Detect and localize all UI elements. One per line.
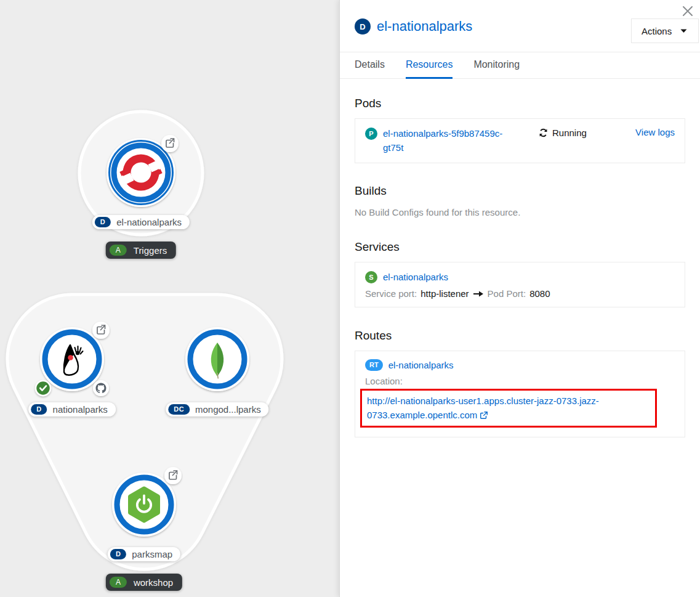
- application-badge: A: [110, 245, 127, 256]
- panel-title-link[interactable]: el-nationalparks: [377, 18, 472, 35]
- app-label-workshop[interactable]: A workshop: [106, 574, 182, 591]
- spring-boot-icon: [131, 489, 158, 521]
- node-label-el-nationalparks[interactable]: D el-nationalparks: [92, 215, 190, 229]
- route-name-link[interactable]: el-nationalparks: [388, 360, 454, 370]
- app-label-text: Triggers: [134, 245, 167, 256]
- pod-port-label: Pod Port:: [488, 288, 526, 299]
- service-ports: Service port: http-listener Pod Port: 80…: [365, 288, 675, 299]
- pod-row: P el-nationalparks-5f9b87459c-gt75t: [365, 127, 675, 155]
- deployment-badge: D: [95, 217, 111, 227]
- external-link-decorator[interactable]: [161, 135, 179, 152]
- route-url-annotation-box: http://el-nationalparks-user1.apps.clust…: [360, 389, 657, 428]
- builds-empty-message: No Build Configs found for this resource…: [355, 207, 685, 217]
- route-url-link[interactable]: http://el-nationalparks-user1.apps.clust…: [367, 396, 599, 420]
- routes-list: RT el-nationalparks Location: http://el-…: [355, 351, 685, 437]
- app-label-text: workshop: [134, 577, 173, 588]
- panel-header: D el-nationalparks Actions: [340, 0, 700, 52]
- node-label-text: el-nationalparks: [116, 217, 182, 227]
- builds-heading: Builds: [355, 184, 685, 198]
- tab-details[interactable]: Details: [355, 52, 385, 79]
- node-mongodb[interactable]: [185, 327, 249, 391]
- services-heading: Services: [355, 240, 685, 254]
- pods-heading: Pods: [355, 97, 685, 110]
- route-badge: RT: [365, 359, 383, 371]
- topology-graph: [0, 0, 339, 597]
- node-label-text: mongod...lparks: [195, 404, 261, 415]
- pod-status-text: Running: [552, 128, 587, 138]
- node-label-parksmap[interactable]: D parksmap: [108, 547, 180, 561]
- service-badge: S: [365, 271, 377, 283]
- service-port-label: Service port:: [365, 288, 417, 299]
- panel-content: Pods P el-nationalparks-5f9b87459c-gt75t: [340, 97, 700, 437]
- panel-tabs: Details Resources Monitoring: [340, 52, 700, 79]
- deployment-badge: D: [110, 549, 126, 559]
- app-label-triggers[interactable]: A Triggers: [106, 242, 176, 259]
- external-link-decorator[interactable]: [92, 322, 110, 339]
- external-link-decorator[interactable]: [164, 467, 182, 484]
- tab-monitoring[interactable]: Monitoring: [473, 52, 520, 79]
- external-link-icon: [480, 411, 488, 420]
- node-parksmap[interactable]: [112, 473, 176, 537]
- caret-down-icon: [680, 29, 687, 33]
- deployment-badge: D: [31, 404, 47, 415]
- service-port-name: http-listener: [420, 288, 469, 299]
- node-label-text: nationalparks: [53, 404, 108, 415]
- node-label-nationalparks[interactable]: D nationalparks: [28, 402, 116, 416]
- routes-heading: Routes: [355, 329, 685, 343]
- services-list: S el-nationalparks Service port: http-li…: [355, 262, 685, 307]
- node-label-mongodb[interactable]: DC mongod...lparks: [166, 402, 268, 416]
- sync-running-icon: [539, 128, 548, 137]
- tab-resources[interactable]: Resources: [406, 52, 453, 79]
- pod-badge: P: [365, 128, 377, 140]
- resource-side-panel: D el-nationalparks Actions Details Resou…: [339, 0, 700, 597]
- check-circle-decorator: [36, 381, 50, 396]
- pod-name-link[interactable]: el-nationalparks-5f9b87459c-gt75t: [383, 127, 515, 155]
- pod-port-value: 8080: [529, 288, 550, 299]
- pod-status: Running: [539, 128, 635, 138]
- application-badge: A: [110, 577, 127, 588]
- node-nationalparks[interactable]: [40, 327, 104, 391]
- view-logs-link[interactable]: View logs: [635, 127, 675, 137]
- service-name-link[interactable]: el-nationalparks: [383, 272, 448, 282]
- deployment-badge: D: [355, 18, 371, 35]
- actions-label: Actions: [642, 26, 672, 36]
- deployment-config-badge: DC: [168, 404, 190, 415]
- route-location-label: Location:: [365, 376, 675, 386]
- arrow-right-icon: [473, 290, 484, 298]
- openshift-topology-view: D el-nationalparks A Triggers D national…: [0, 0, 700, 597]
- pods-list: P el-nationalparks-5f9b87459c-gt75t: [355, 118, 685, 163]
- actions-dropdown[interactable]: Actions: [631, 18, 699, 43]
- github-decorator[interactable]: [93, 380, 109, 396]
- node-label-text: parksmap: [132, 549, 172, 559]
